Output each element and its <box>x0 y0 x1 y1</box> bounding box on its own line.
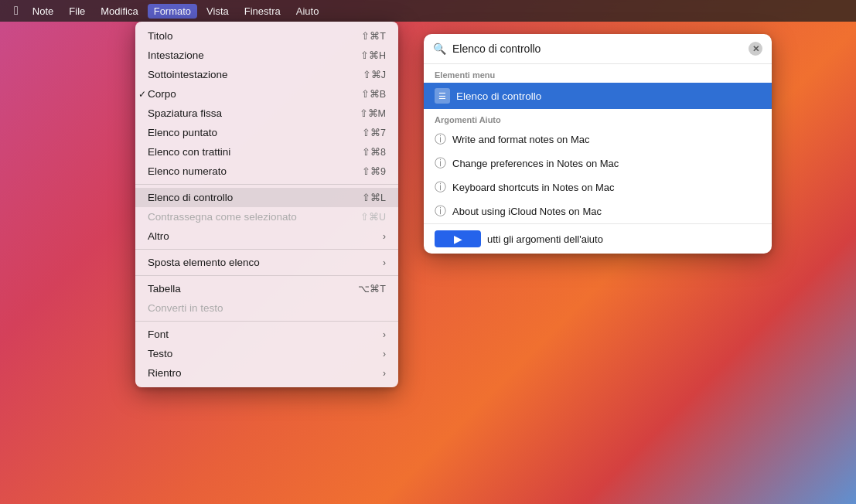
menu-item-label: Spaziatura fissa <box>148 107 222 119</box>
help-popup: 🔍 ✕ Elementi menu ☰ Elenco di controllo … <box>424 34 772 254</box>
submenu-arrow-icon: › <box>383 349 386 359</box>
help-elementi-menu-label: Elementi menu <box>424 64 772 83</box>
menu-item-shortcut: ⇧⌘L <box>362 192 386 203</box>
menu-item-shortcut: ⇧⌘U <box>360 211 386 223</box>
menu-item-shortcut: ⇧⌘9 <box>362 165 386 177</box>
help-topic-1[interactable]: ⓘ Write and format notes on Mac <box>424 128 772 152</box>
menu-item-font[interactable]: Font › <box>135 325 398 344</box>
menu-item-rientro[interactable]: Rientro › <box>135 363 398 383</box>
close-icon: ✕ <box>752 44 759 54</box>
menubar-modifica[interactable]: Modifica <box>94 4 144 19</box>
search-icon: 🔍 <box>433 43 446 55</box>
menu-item-intestazione[interactable]: Intestazione ⇧⌘H <box>135 46 398 65</box>
checklist-icon: ☰ <box>435 88 450 104</box>
menu-item-label: Elenco di controllo <box>148 192 233 203</box>
menu-item-shortcut: ⇧⌘J <box>363 69 386 80</box>
menu-item-label: Elenco numerato <box>148 165 227 177</box>
help-argomenti-label: Argomenti Aiuto <box>424 109 772 128</box>
blue-arrow-button[interactable]: ▶ <box>435 230 481 247</box>
help-topic-3[interactable]: ⓘ Keyboard shortcuts in Notes on Mac <box>424 175 772 199</box>
menu-item-label: Tabella <box>148 283 181 295</box>
menu-item-testo[interactable]: Testo › <box>135 344 398 363</box>
menubar-formato[interactable]: Formato <box>148 4 197 19</box>
menu-item-label: Elenco puntato <box>148 127 217 138</box>
menu-item-shortcut: ⇧⌘8 <box>362 146 386 158</box>
submenu-arrow-icon: › <box>383 257 386 268</box>
submenu-arrow-icon: › <box>383 329 386 340</box>
menu-item-elenco-numerato[interactable]: Elenco numerato ⇧⌘9 <box>135 162 398 181</box>
menubar:  Note File Modifica Formato Vista Fines… <box>0 0 856 22</box>
menu-item-label: Titolo <box>148 30 173 42</box>
help-topic-2[interactable]: ⓘ Change preferences in Notes on Mac <box>424 152 772 175</box>
menubar-note[interactable]: Note <box>26 4 60 19</box>
menu-item-titolo[interactable]: Titolo ⇧⌘T <box>135 26 398 46</box>
menu-item-converti: Converti in testo <box>135 298 398 318</box>
checkmark-icon: ✓ <box>138 89 146 100</box>
menu-item-contrassegna: Contrassegna come selezionato ⇧⌘U <box>135 207 398 226</box>
menu-item-label: Font <box>148 329 169 340</box>
menu-item-corpo[interactable]: ✓ Corpo ⇧⌘B <box>135 84 398 104</box>
menu-item-label: Intestazione <box>148 49 204 61</box>
help-close-button[interactable]: ✕ <box>749 42 762 56</box>
help-topic-label: Write and format notes on Mac <box>452 134 590 145</box>
all-topics-label: utti gli argomenti dell'aiuto <box>487 233 603 245</box>
submenu-arrow-icon: › <box>383 231 386 242</box>
help-topic-label: About using iCloud Notes on Mac <box>452 206 602 217</box>
menu-item-label: Converti in testo <box>148 302 223 314</box>
help-search-input[interactable] <box>452 43 742 55</box>
menu-item-label: Altro <box>148 230 169 242</box>
menu-item-label: Sposta elemento elenco <box>148 257 260 268</box>
menu-item-elenco-controllo[interactable]: Elenco di controllo ⇧⌘L <box>135 188 398 207</box>
menu-item-tabella[interactable]: Tabella ⌥⌘T <box>135 279 398 298</box>
menu-item-spaziatura-fissa[interactable]: Spaziatura fissa ⇧⌘M <box>135 104 398 123</box>
menu-item-label: Contrassegna come selezionato <box>148 211 297 223</box>
menu-item-shortcut: ⇧⌘M <box>360 107 386 119</box>
menu-divider-4 <box>135 321 398 322</box>
menu-item-shortcut: ⇧⌘B <box>361 88 386 100</box>
apple-menu[interactable]:  <box>9 2 23 19</box>
help-menu-result-item[interactable]: ☰ Elenco di controllo <box>424 83 772 109</box>
menu-item-sposta[interactable]: Sposta elemento elenco › <box>135 253 398 272</box>
help-menu-result-label: Elenco di controllo <box>456 90 541 102</box>
menu-item-label: Corpo <box>148 88 176 100</box>
help-circle-icon: ⓘ <box>435 180 446 195</box>
help-circle-icon: ⓘ <box>435 132 446 147</box>
menubar-file[interactable]: File <box>63 4 91 19</box>
menu-divider-1 <box>135 184 398 185</box>
menu-item-elenco-puntato[interactable]: Elenco puntato ⇧⌘7 <box>135 123 398 142</box>
menu-item-shortcut: ⇧⌘7 <box>362 127 386 138</box>
menu-item-label: Testo <box>148 348 172 359</box>
help-topic-label: Keyboard shortcuts in Notes on Mac <box>452 182 615 193</box>
help-topic-4[interactable]: ⓘ About using iCloud Notes on Mac <box>424 199 772 223</box>
menu-divider-3 <box>135 275 398 276</box>
menu-item-elenco-trattini[interactable]: Elenco con trattini ⇧⌘8 <box>135 142 398 162</box>
menu-item-label: Elenco con trattini <box>148 146 230 158</box>
menubar-vista[interactable]: Vista <box>200 4 235 19</box>
menubar-aiuto[interactable]: Aiuto <box>290 4 326 19</box>
menu-item-shortcut: ⇧⌘H <box>360 49 386 61</box>
menu-item-altro[interactable]: Altro › <box>135 226 398 246</box>
help-circle-icon: ⓘ <box>435 204 446 219</box>
help-circle-icon: ⓘ <box>435 156 446 171</box>
submenu-arrow-icon: › <box>383 368 386 379</box>
menubar-finestra[interactable]: Finestra <box>238 4 287 19</box>
menu-divider-2 <box>135 249 398 250</box>
menu-item-label: Rientro <box>148 367 182 379</box>
help-topic-label: Change preferences in Notes on Mac <box>452 158 619 169</box>
menu-item-label: Sottointestazione <box>148 69 228 80</box>
menu-item-shortcut: ⌥⌘T <box>358 283 386 295</box>
help-all-topics-row[interactable]: ▶ utti gli argomenti dell'aiuto <box>424 223 772 254</box>
help-search-row: 🔍 ✕ <box>424 34 772 64</box>
arrow-right-icon: ▶ <box>454 233 462 245</box>
menu-item-sottointestazione[interactable]: Sottointestazione ⇧⌘J <box>135 65 398 84</box>
format-menu: Titolo ⇧⌘T Intestazione ⇧⌘H Sottointesta… <box>135 22 398 387</box>
menu-item-shortcut: ⇧⌘T <box>361 30 386 42</box>
